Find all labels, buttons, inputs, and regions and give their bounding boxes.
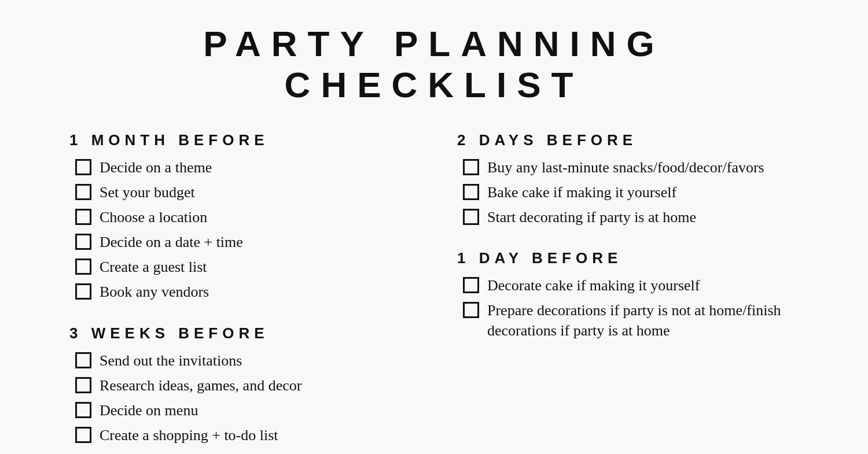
list-item: Create a guest list bbox=[75, 257, 411, 277]
checkbox-icon[interactable] bbox=[75, 352, 91, 368]
item-text: Create a guest list bbox=[100, 257, 411, 277]
list-item: Bake cake if making it yourself bbox=[463, 182, 799, 202]
checkbox-icon[interactable] bbox=[463, 277, 479, 293]
checkbox-icon[interactable] bbox=[463, 302, 479, 318]
item-text: Buy any last-minute snacks/food/decor/fa… bbox=[487, 157, 799, 178]
checkbox-icon[interactable] bbox=[75, 259, 91, 275]
checkbox-icon[interactable] bbox=[75, 159, 91, 175]
section-one-month-title: 1 MONTH BEFORE bbox=[69, 131, 411, 149]
item-text: Book any vendors bbox=[100, 282, 411, 302]
item-text: Set your budget bbox=[100, 182, 411, 202]
checkbox-icon[interactable] bbox=[75, 234, 91, 250]
page-title: PARTY PLANNING CHECKLIST bbox=[46, 23, 822, 105]
item-text: Research ideas, games, and decor bbox=[100, 375, 411, 396]
list-item: Choose a location bbox=[75, 207, 411, 227]
list-item: Start decorating if party is at home bbox=[463, 207, 799, 227]
section-one-day-title: 1 DAY BEFORE bbox=[457, 249, 799, 267]
list-item: Create a shopping + to-do list bbox=[75, 425, 411, 445]
list-item: Book any vendors bbox=[75, 282, 411, 302]
checkbox-icon[interactable] bbox=[463, 184, 479, 200]
list-item: Decorate cake if making it yourself bbox=[463, 275, 799, 296]
list-item: Decide on a date + time bbox=[75, 232, 411, 252]
section-two-days-title: 2 DAYS BEFORE bbox=[457, 131, 799, 149]
list-item: Prepare decorations if party is not at h… bbox=[463, 300, 799, 341]
section-one-day: 1 DAY BEFORE Decorate cake if making it … bbox=[457, 249, 799, 341]
checkbox-icon[interactable] bbox=[75, 283, 91, 300]
item-text: Bake cake if making it yourself bbox=[487, 182, 799, 202]
columns-container: 1 MONTH BEFORE Decide on a theme Set you… bbox=[46, 131, 822, 454]
item-text: Choose a location bbox=[100, 207, 411, 227]
section-three-weeks-title: 3 WEEKS BEFORE bbox=[69, 324, 411, 342]
list-item: Set your budget bbox=[75, 182, 411, 202]
left-column: 1 MONTH BEFORE Decide on a theme Set you… bbox=[46, 131, 434, 454]
checkbox-icon[interactable] bbox=[75, 184, 91, 200]
list-item: Send out the invitations bbox=[75, 350, 411, 371]
section-one-month: 1 MONTH BEFORE Decide on a theme Set you… bbox=[69, 131, 411, 302]
item-text: Decide on a theme bbox=[100, 157, 411, 178]
right-column: 2 DAYS BEFORE Buy any last-minute snacks… bbox=[434, 131, 822, 454]
item-text: Create a shopping + to-do list bbox=[100, 425, 411, 445]
checklist-two-days: Buy any last-minute snacks/food/decor/fa… bbox=[457, 157, 799, 227]
list-item: Buy any last-minute snacks/food/decor/fa… bbox=[463, 157, 799, 178]
checklist-one-month: Decide on a theme Set your budget Choose… bbox=[69, 157, 411, 302]
checkbox-icon[interactable] bbox=[75, 377, 91, 393]
checkbox-icon[interactable] bbox=[75, 427, 91, 443]
item-text: Decide on menu bbox=[100, 400, 411, 420]
list-item: Decide on a theme bbox=[75, 157, 411, 178]
checkbox-icon[interactable] bbox=[463, 209, 479, 225]
list-item: Research ideas, games, and decor bbox=[75, 375, 411, 396]
section-two-days: 2 DAYS BEFORE Buy any last-minute snacks… bbox=[457, 131, 799, 227]
item-text: Send out the invitations bbox=[100, 350, 411, 371]
item-text: Decide on a date + time bbox=[100, 232, 411, 252]
item-text: Decorate cake if making it yourself bbox=[487, 275, 799, 296]
page: PARTY PLANNING CHECKLIST 1 MONTH BEFORE … bbox=[0, 0, 868, 454]
checkbox-icon[interactable] bbox=[75, 402, 91, 418]
item-text: Start decorating if party is at home bbox=[487, 207, 799, 227]
section-three-weeks: 3 WEEKS BEFORE Send out the invitations … bbox=[69, 324, 411, 445]
item-text: Prepare decorations if party is not at h… bbox=[487, 300, 799, 341]
checklist-one-day: Decorate cake if making it yourself Prep… bbox=[457, 275, 799, 341]
checklist-three-weeks: Send out the invitations Research ideas,… bbox=[69, 350, 411, 445]
checkbox-icon[interactable] bbox=[463, 159, 479, 175]
checkbox-icon[interactable] bbox=[75, 209, 91, 225]
list-item: Decide on menu bbox=[75, 400, 411, 420]
